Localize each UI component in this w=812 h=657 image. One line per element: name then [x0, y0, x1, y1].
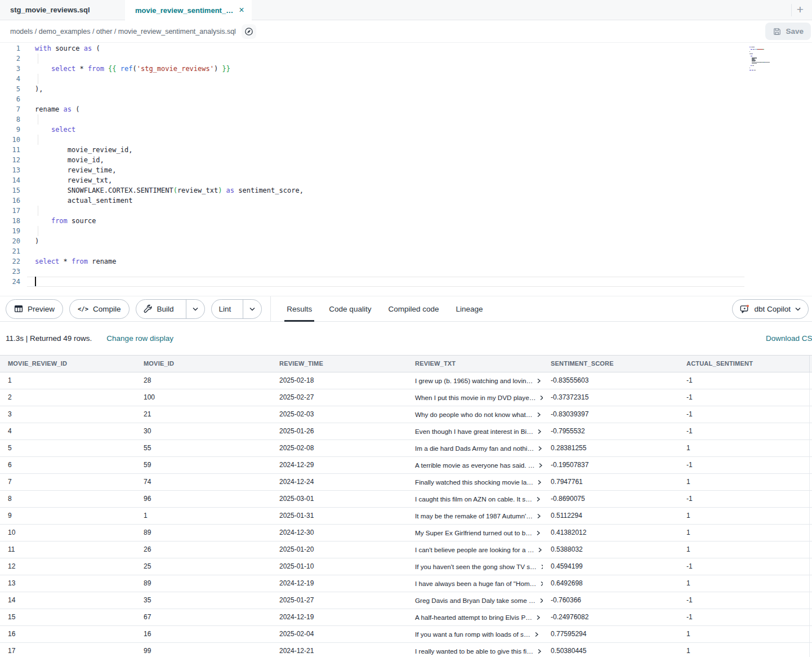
code-minimap[interactable] — [749, 47, 791, 73]
table-cell: 0.77595294 — [543, 626, 679, 642]
code-line[interactable]: review_time, — [35, 165, 304, 175]
line-number: 15 — [0, 185, 20, 196]
tab-lineage[interactable]: Lineage — [456, 296, 483, 322]
compass-icon — [244, 27, 253, 36]
build-button-main[interactable]: Build — [136, 300, 181, 318]
action-toolbar: Preview </> Compile Build Lint Re — [0, 296, 812, 322]
change-row-display-link[interactable]: Change row display — [106, 334, 173, 343]
code-line[interactable] — [35, 135, 304, 145]
code-line[interactable] — [35, 267, 304, 277]
code-line[interactable] — [35, 246, 304, 256]
chevron-right-icon[interactable] — [538, 463, 543, 468]
tab-movie-review-sentiment[interactable]: movie_review_sentiment_… × — [125, 0, 252, 20]
table-cell: 74 — [136, 474, 271, 490]
table-cell: 30 — [136, 423, 271, 440]
table-cell: 11 — [0, 541, 136, 558]
table-cell: A half-hearted attempt to bring Elvis P… — [407, 609, 543, 625]
lint-label: Lint — [219, 305, 231, 313]
table-cell: 2025-02-03 — [271, 406, 407, 423]
compass-button[interactable] — [242, 24, 256, 39]
breadcrumb: models / demo_examples / other / movie_r… — [10, 28, 236, 35]
chevron-right-icon[interactable] — [534, 632, 539, 637]
code-line[interactable] — [35, 206, 304, 216]
code-line[interactable] — [35, 277, 304, 287]
code-pane[interactable]: with source as ( select * from {{ ref('s… — [35, 43, 304, 287]
code-line[interactable] — [35, 74, 304, 84]
table-cell: 1 — [679, 440, 810, 456]
tab-results[interactable]: Results — [287, 296, 312, 322]
table-cell: 2024-12-19 — [271, 609, 407, 625]
chevron-down-icon — [795, 307, 801, 311]
compile-button[interactable]: </> Compile — [69, 299, 130, 319]
code-line[interactable]: rename as ( — [35, 104, 304, 114]
chevron-right-icon[interactable] — [536, 412, 542, 418]
chevron-right-icon[interactable] — [537, 429, 542, 434]
code-line[interactable]: with source as ( — [35, 43, 304, 54]
table-cell: 28 — [136, 372, 271, 389]
code-line[interactable]: select * from {{ ref('stg_movie_reviews'… — [35, 64, 304, 74]
lint-button-main[interactable]: Lint — [212, 300, 239, 318]
chevron-right-icon[interactable] — [536, 615, 541, 620]
table-header-row: MOVIE_REVIEW_IDMOVIE_IDREVIEW_TIMEREVIEW… — [0, 356, 812, 372]
table-cell: 59 — [136, 457, 271, 473]
tab-label: stg_movie_reviews.sql — [10, 6, 90, 14]
tab-code-quality[interactable]: Code quality — [329, 296, 371, 322]
chevron-right-icon[interactable] — [536, 513, 542, 519]
table-cell: 21 — [136, 406, 271, 423]
chevron-right-icon[interactable] — [536, 530, 541, 536]
code-line[interactable]: select * from rename — [35, 256, 304, 267]
build-dropdown[interactable] — [186, 300, 204, 318]
code-line[interactable]: ) — [35, 236, 304, 246]
preview-button[interactable]: Preview — [6, 299, 63, 319]
code-line[interactable]: review_txt, — [35, 175, 304, 185]
new-tab-button[interactable]: + — [793, 2, 807, 17]
code-line[interactable]: movie_id, — [35, 155, 304, 165]
dbt-copilot-button[interactable]: dbt Copilot — [732, 299, 809, 319]
save-button[interactable]: Save — [765, 23, 811, 40]
code-line[interactable]: ), — [35, 84, 304, 94]
code-line[interactable]: from source — [35, 216, 304, 226]
line-number: 14 — [0, 175, 20, 185]
close-icon[interactable]: × — [239, 5, 244, 15]
tab-compiled-code[interactable]: Compiled code — [388, 296, 439, 322]
chevron-right-icon[interactable] — [536, 496, 541, 502]
table-cell: 99 — [136, 643, 271, 657]
code-line[interactable]: select — [35, 125, 304, 135]
line-number: 2 — [0, 54, 20, 64]
code-line[interactable]: SNOWFLAKE.CORTEX.SENTIMENT(review_txt) a… — [35, 185, 304, 196]
table-cell: I caught this film on AZN on cable. It s… — [407, 491, 543, 507]
column-header: MOVIE_REVIEW_ID — [0, 356, 136, 372]
tab-stg-movie-reviews[interactable]: stg_movie_reviews.sql — [0, 0, 125, 20]
line-number: 7 — [0, 104, 20, 114]
chevron-right-icon[interactable] — [537, 446, 543, 451]
save-label: Save — [786, 27, 804, 35]
lint-dropdown[interactable] — [243, 300, 261, 318]
code-line[interactable]: movie_review_id, — [35, 145, 304, 155]
table-cell: 100 — [136, 389, 271, 406]
chevron-right-icon[interactable] — [537, 480, 542, 485]
table-cell: 1 — [679, 508, 810, 524]
chevron-right-icon[interactable] — [537, 649, 542, 654]
table-cell: 12 — [0, 558, 136, 575]
code-line[interactable] — [35, 54, 304, 64]
code-line[interactable] — [35, 226, 304, 236]
code-line[interactable] — [35, 114, 304, 125]
table-cell: 16 — [0, 626, 136, 642]
table-cell: 35 — [136, 592, 271, 609]
floppy-icon — [773, 27, 782, 36]
column-header: MOVIE_ID — [136, 356, 271, 372]
table-cell: 4 — [0, 423, 136, 440]
table-cell: 16 — [136, 626, 271, 642]
download-csv-link[interactable]: Download CSV — [766, 334, 812, 343]
code-editor[interactable]: 123456789101112131415161718192021222324 … — [0, 43, 812, 296]
chevron-right-icon[interactable] — [539, 395, 543, 401]
column-header: SENTIMENT_SCORE — [543, 356, 679, 372]
code-line[interactable] — [35, 94, 304, 104]
chevron-right-icon[interactable] — [537, 547, 543, 553]
results-table: MOVIE_REVIEW_IDMOVIE_IDREVIEW_TIMEREVIEW… — [0, 355, 812, 657]
chevron-right-icon[interactable] — [539, 598, 543, 603]
table-row: 8962025-03-01I caught this film on AZN o… — [0, 491, 812, 508]
code-line[interactable]: actual_sentiment — [35, 196, 304, 206]
chevron-right-icon[interactable] — [536, 378, 542, 384]
line-number: 9 — [0, 125, 20, 135]
